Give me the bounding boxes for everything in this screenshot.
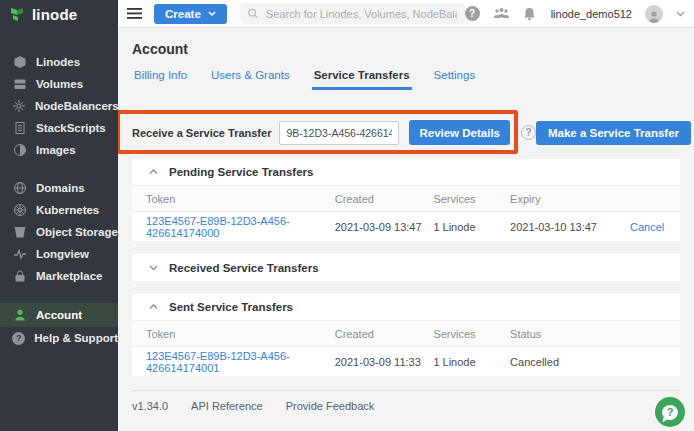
footer: v1.34.0 API Reference Provide Feedback — [132, 390, 680, 412]
chevron-up-icon — [149, 304, 158, 310]
tab-bar: Billing Info Users & Grants Service Tran… — [132, 69, 680, 90]
marketplace-icon — [12, 269, 27, 283]
chevron-down-icon — [208, 11, 216, 16]
page-title: Account — [132, 41, 680, 57]
linode-logo-icon — [9, 6, 26, 23]
review-details-button[interactable]: Review Details — [409, 120, 510, 145]
col-token: Token — [132, 193, 335, 205]
sent-table-row: 123E4567-E89B-12D3-A456-426614174001 202… — [132, 347, 680, 376]
sidebar-item-linodes[interactable]: Linodes — [0, 51, 118, 73]
community-icon[interactable] — [493, 7, 510, 20]
help-icon[interactable]: ? — [465, 6, 480, 21]
sidebar-item-nodebalancers[interactable]: NodeBalancers — [0, 95, 118, 117]
pending-transfers-section: Pending Service Transfers Token Created … — [132, 159, 680, 241]
sent-created: 2021-03-09 11:33 — [335, 356, 434, 368]
hamburger-menu-icon[interactable] — [127, 8, 142, 19]
sidebar-item-object-storage[interactable]: Object Storage — [0, 221, 118, 243]
support-help-bubble-button[interactable]: ? — [655, 397, 685, 427]
nodebalancer-icon — [12, 99, 26, 113]
question-bubble-icon: ? — [662, 405, 678, 420]
bucket-icon — [12, 225, 27, 239]
sent-section-title: Sent Service Transfers — [169, 301, 293, 313]
receive-help-icon[interactable]: ? — [521, 125, 536, 140]
pending-services: 1 Linode — [433, 221, 510, 233]
username[interactable]: linode_demo512 — [551, 8, 632, 20]
pending-table-header: Token Created Services Expiry — [132, 186, 680, 212]
app-version: v1.34.0 — [132, 400, 168, 412]
received-transfers-section: Received Service Transfers — [132, 254, 680, 281]
transfer-token-input[interactable] — [279, 121, 399, 145]
cancel-link[interactable]: Cancel — [630, 221, 664, 233]
avatar-person-icon — [647, 9, 661, 23]
logo-text: linode — [32, 6, 77, 23]
sent-status: Cancelled — [510, 356, 614, 368]
person-icon — [12, 308, 27, 322]
sidebar-item-kubernetes[interactable]: Kubernetes — [0, 199, 118, 221]
stackscripts-icon — [12, 121, 27, 135]
sidebar-item-domains[interactable]: Domains — [0, 177, 118, 199]
sidebar-group-gap — [0, 161, 118, 177]
sidebar-nav: Linodes Volumes NodeBalancers StackScrip… — [0, 51, 118, 349]
receive-transfer-label: Receive a Service Transfer — [132, 127, 271, 139]
received-section-title: Received Service Transfers — [169, 262, 319, 274]
api-reference-link[interactable]: API Reference — [191, 400, 263, 412]
globe-icon — [12, 181, 27, 195]
search-icon — [248, 8, 258, 19]
tab-service-transfers[interactable]: Service Transfers — [312, 69, 412, 90]
chevron-up-icon — [149, 169, 158, 175]
sidebar-item-longview[interactable]: Longview — [0, 243, 118, 265]
col-token: Token — [132, 328, 335, 340]
sidebar-item-volumes[interactable]: Volumes — [0, 73, 118, 95]
notifications-bell-icon[interactable] — [523, 7, 536, 21]
linode-logo[interactable]: linode — [0, 0, 118, 28]
create-button[interactable]: Create — [154, 4, 227, 24]
pending-table-row: 123E4567-E89B-12D3-A456-426614174000 202… — [132, 212, 680, 241]
pulse-icon — [12, 247, 27, 261]
user-menu-chevron-icon[interactable] — [676, 11, 685, 17]
kubernetes-icon — [12, 203, 27, 217]
sent-section-header[interactable]: Sent Service Transfers — [132, 294, 680, 321]
chevron-down-icon — [149, 265, 158, 271]
received-section-header[interactable]: Received Service Transfers — [132, 254, 680, 281]
sent-table-header: Token Created Services Status — [132, 321, 680, 347]
pending-created: 2021-03-09 13:47 — [335, 221, 434, 233]
question-circle-icon: ? — [12, 332, 25, 345]
sidebar-item-help-support[interactable]: ? Help & Support — [0, 327, 118, 349]
topbar-icons: ? linode_demo512 — [465, 5, 685, 23]
avatar[interactable] — [645, 5, 663, 23]
sidebar-item-stackscripts[interactable]: StackScripts — [0, 117, 118, 139]
pending-expiry: 2021-03-10 13:47 — [510, 221, 614, 233]
col-services: Services — [433, 193, 510, 205]
sent-transfers-section: Sent Service Transfers Token Created Ser… — [132, 294, 680, 376]
topbar: Create ? linode_demo512 — [118, 0, 694, 28]
col-status: Status — [510, 328, 614, 340]
pending-section-header[interactable]: Pending Service Transfers — [132, 159, 680, 186]
sidebar-item-account[interactable]: Account — [0, 303, 118, 327]
search-input[interactable] — [266, 8, 457, 20]
tab-users-grants[interactable]: Users & Grants — [209, 69, 292, 90]
sidebar-item-images[interactable]: Images — [0, 139, 118, 161]
col-created: Created — [335, 193, 434, 205]
tab-billing-info[interactable]: Billing Info — [132, 69, 189, 90]
make-service-transfer-button[interactable]: Make a Service Transfer — [536, 121, 691, 145]
cube-icon — [12, 55, 27, 69]
search-box[interactable] — [240, 3, 465, 24]
images-icon — [12, 143, 27, 157]
sidebar-group-gap — [0, 287, 118, 303]
col-expiry: Expiry — [510, 193, 614, 205]
sent-token-link[interactable]: 123E4567-E89B-12D3-A456-426614174001 — [146, 350, 290, 374]
pending-token-link[interactable]: 123E4567-E89B-12D3-A456-426614174000 — [146, 215, 290, 239]
tab-settings[interactable]: Settings — [432, 69, 478, 90]
receive-transfer-row: Receive a Service Transfer Review Detail… — [132, 119, 680, 146]
sidebar: linode Linodes Volumes NodeBalancers Sta… — [0, 0, 118, 431]
sent-services: 1 Linode — [433, 356, 510, 368]
col-created: Created — [335, 328, 434, 340]
pending-section-title: Pending Service Transfers — [169, 166, 313, 178]
sidebar-item-marketplace[interactable]: Marketplace — [0, 265, 118, 287]
volumes-icon — [12, 77, 27, 91]
provide-feedback-link[interactable]: Provide Feedback — [286, 400, 375, 412]
main-content: Account Billing Info Users & Grants Serv… — [118, 29, 694, 431]
col-services: Services — [433, 328, 510, 340]
